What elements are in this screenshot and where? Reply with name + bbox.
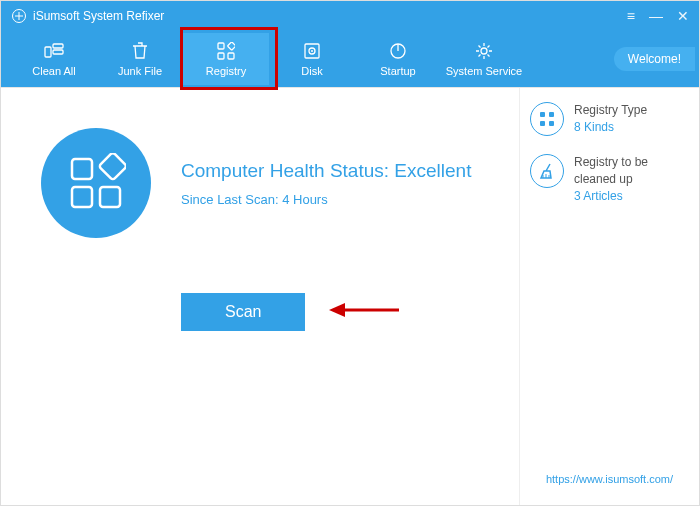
footer-url-link[interactable]: https://www.isumsoft.com/	[530, 473, 689, 491]
close-icon[interactable]: ✕	[677, 8, 689, 24]
sidebar-item-subtitle: 8 Kinds	[574, 119, 647, 136]
menu-icon[interactable]: ≡	[627, 8, 635, 24]
svg-rect-15	[100, 187, 120, 207]
svg-rect-6	[228, 53, 234, 59]
sidebar-item-registry-cleanup[interactable]: Registry to be cleaned up 3 Articles	[530, 154, 689, 204]
tab-clean-all[interactable]: Clean All	[11, 33, 97, 85]
welcome-button[interactable]: Welcome!	[614, 47, 695, 71]
svg-rect-2	[53, 44, 63, 48]
svg-rect-7	[227, 42, 235, 50]
svg-point-10	[311, 50, 313, 52]
main-panel: Computer Health Status: Excellent Since …	[1, 88, 519, 505]
app-title: iSumsoft System Refixer	[33, 9, 164, 23]
sidebar: Registry Type 8 Kinds Registry to be cle…	[519, 88, 699, 505]
registry-icon	[216, 41, 236, 61]
app-logo-icon	[11, 8, 27, 24]
broom-icon	[530, 154, 564, 188]
last-scan-text: Since Last Scan: 4 Hours	[181, 192, 471, 207]
sidebar-item-subtitle: 3 Articles	[574, 188, 689, 205]
health-status-text: Computer Health Status: Excellent	[181, 160, 471, 182]
grid-icon	[530, 102, 564, 136]
startup-icon	[388, 41, 408, 61]
arrow-annotation-icon	[329, 300, 399, 324]
svg-rect-22	[549, 121, 554, 126]
scan-button[interactable]: Scan	[181, 293, 305, 331]
sidebar-item-title: Registry Type	[574, 102, 647, 119]
svg-marker-18	[329, 303, 345, 317]
sidebar-item-title: Registry to be cleaned up	[574, 154, 689, 188]
sidebar-item-registry-type[interactable]: Registry Type 8 Kinds	[530, 102, 689, 136]
tab-label: Startup	[380, 65, 415, 77]
minimize-icon[interactable]: —	[649, 8, 663, 24]
svg-point-12	[481, 48, 487, 54]
content-area: Computer Health Status: Excellent Since …	[1, 87, 699, 505]
system-service-icon	[474, 41, 494, 61]
svg-rect-5	[218, 53, 224, 59]
tab-label: System Service	[446, 65, 522, 77]
tab-label: Junk File	[118, 65, 162, 77]
svg-rect-16	[99, 153, 126, 180]
svg-rect-20	[549, 112, 554, 117]
tab-label: Clean All	[32, 65, 75, 77]
tab-disk[interactable]: Disk	[269, 33, 355, 85]
svg-rect-19	[540, 112, 545, 117]
health-status-icon	[41, 128, 151, 238]
svg-rect-13	[72, 159, 92, 179]
svg-rect-21	[540, 121, 545, 126]
svg-rect-4	[218, 43, 224, 49]
tab-registry[interactable]: Registry	[183, 33, 269, 85]
tab-startup[interactable]: Startup	[355, 33, 441, 85]
svg-rect-14	[72, 187, 92, 207]
main-toolbar: Clean All Junk File Registry Disk Start	[1, 31, 699, 87]
titlebar: iSumsoft System Refixer ≡ — ✕	[1, 1, 699, 31]
svg-rect-1	[45, 47, 51, 57]
disk-icon	[302, 41, 322, 61]
tab-label: Disk	[301, 65, 322, 77]
tab-label: Registry	[206, 65, 246, 77]
tab-system-service[interactable]: System Service	[441, 33, 527, 85]
tab-junk-file[interactable]: Junk File	[97, 33, 183, 85]
junk-file-icon	[130, 41, 150, 61]
svg-rect-3	[53, 50, 63, 54]
clean-all-icon	[44, 41, 64, 61]
